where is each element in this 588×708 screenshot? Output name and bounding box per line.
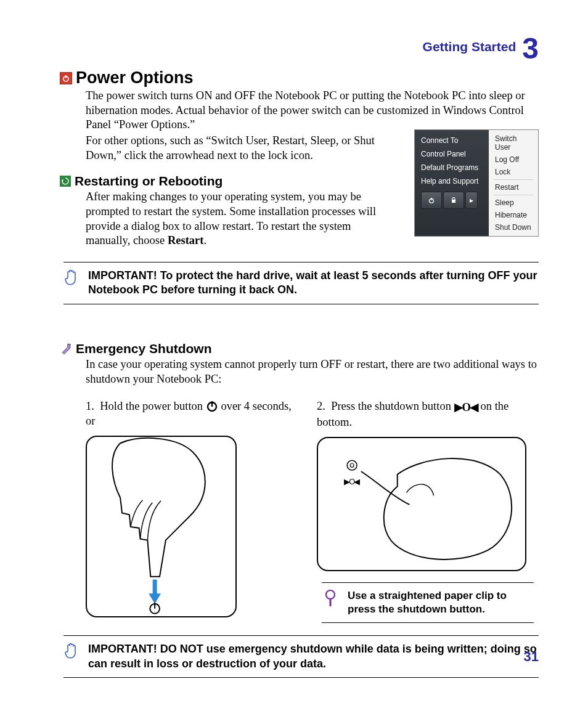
step-2: 2. Press the shutdown button ▶O◀ on the … — [317, 399, 539, 429]
lock-button-icon — [443, 192, 464, 209]
step-1: 1. Hold the power button over 4 seconds,… — [86, 399, 298, 428]
step-1-text-a: Hold the power button — [100, 400, 206, 412]
shutdown-symbol-icon: ▶O◀ — [454, 401, 478, 413]
power-button-row: ▸ — [421, 189, 489, 211]
page-header: Getting Started3 — [71, 34, 539, 63]
restarting-text-before: After making changes to your operating s… — [86, 190, 376, 246]
heading-text: Restarting or Rebooting — [75, 174, 223, 189]
important-note-2: IMPORTANT! DO NOT use emergency shutdown… — [63, 635, 539, 678]
emergency-column-1: 1. Hold the power button over 4 seconds,… — [86, 399, 298, 617]
note-text: IMPORTANT! To protect the hard drive, wa… — [88, 269, 539, 298]
svg-marker-9 — [149, 593, 161, 604]
wrench-icon — [60, 343, 72, 355]
svg-text:▶O◀: ▶O◀ — [344, 477, 360, 486]
heading-text: Power Options — [76, 68, 194, 87]
arrow-button-icon: ▸ — [465, 192, 478, 209]
menu-item-connect-to: Connect To — [421, 134, 489, 147]
restart-icon — [60, 176, 71, 187]
menu-item-switch-user: Switch User — [489, 132, 538, 153]
restart-bold-word: Restart — [168, 234, 204, 246]
start-menu-left-panel: Connect To Control Panel Default Program… — [415, 130, 489, 236]
power-icon — [60, 72, 72, 84]
menu-item-help-support: Help and Support — [421, 174, 489, 188]
illustration-hold-power-button — [86, 436, 237, 617]
svg-point-15 — [326, 590, 335, 599]
menu-item-restart: Restart — [489, 181, 538, 193]
menu-item-control-panel: Control Panel — [421, 147, 489, 161]
svg-point-13 — [350, 463, 354, 467]
heading-text: Emergency Shutdown — [76, 341, 212, 356]
note-text: IMPORTANT! DO NOT use emergency shutdown… — [88, 642, 539, 671]
illustration-paperclip-reset: ▶O◀ — [317, 437, 526, 571]
chapter-number: 3 — [522, 32, 539, 65]
power-options-paragraph-1: The power switch turns ON and OFF the No… — [86, 89, 539, 132]
menu-item-log-off: Log Off — [489, 153, 538, 166]
menu-item-shut-down: Shut Down — [489, 221, 538, 234]
tip-paperclip: Use a straightened paper clip to press t… — [322, 582, 534, 623]
step-2-text-a: Press the shutdown button — [331, 400, 454, 412]
step-1-number: 1. — [86, 400, 94, 412]
emergency-intro: In case your operating system cannot pro… — [86, 357, 539, 386]
important-note-1: IMPORTANT! To protect the hard drive, wa… — [63, 262, 539, 304]
restarting-paragraph: After making changes to your operating s… — [86, 190, 388, 248]
hand-stop-icon — [63, 642, 80, 661]
step-2-number: 2. — [317, 400, 325, 412]
page-number: 31 — [524, 649, 539, 665]
heading-power-options: Power Options — [60, 68, 539, 87]
menu-item-default-programs: Default Programs — [421, 161, 489, 174]
menu-item-hibernate: Hibernate — [489, 209, 538, 221]
emergency-column-2: 2. Press the shutdown button ▶O◀ on the … — [317, 399, 539, 623]
power-options-paragraph-2: For other options, such as “Switch User,… — [86, 134, 388, 163]
tip-text: Use a straightened paper clip to press t… — [348, 589, 534, 616]
menu-item-lock: Lock — [489, 166, 538, 178]
power-symbol-icon — [206, 400, 218, 412]
restarting-text-after: . — [203, 234, 206, 246]
svg-rect-4 — [452, 200, 455, 203]
menu-item-sleep: Sleep — [489, 197, 538, 209]
section-name: Getting Started — [423, 39, 517, 54]
hand-stop-icon — [63, 269, 80, 287]
heading-emergency-shutdown: Emergency Shutdown — [60, 341, 539, 356]
windows-start-menu-screenshot: Connect To Control Panel Default Program… — [414, 129, 539, 237]
power-button-icon — [421, 192, 442, 209]
start-menu-right-panel: Switch User Log Off Lock Restart Sleep H… — [489, 130, 538, 236]
magnifier-icon — [324, 589, 339, 608]
svg-point-12 — [347, 461, 357, 471]
